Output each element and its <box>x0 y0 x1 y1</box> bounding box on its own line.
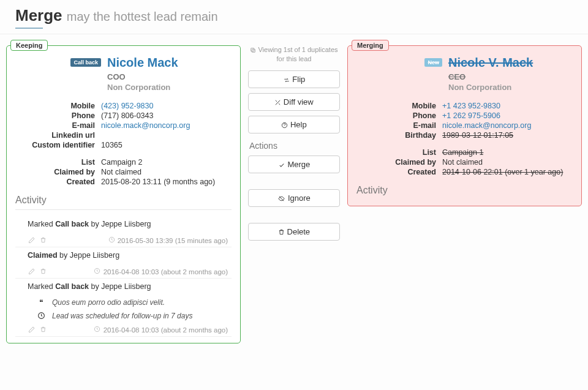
label-list: List <box>356 148 442 157</box>
value-custom: 10365 <box>101 141 232 149</box>
activity-meta: 2016-04-08 10:03 (about 2 months ago) <box>15 264 232 279</box>
label-custom: Custom identifier <box>15 141 101 149</box>
page-title: Merge may the hottest lead remain <box>15 6 573 25</box>
activity-text-post: by Jeppe Liisberg <box>89 282 151 291</box>
activity-timestamp: 2016-04-08 10:03 (about 2 months ago) <box>104 268 228 276</box>
viewing-line1: Viewing 1st of 1 duplicates <box>258 46 337 53</box>
activity-text-strong: Call back <box>55 282 89 291</box>
delete-label: Delete <box>287 227 311 236</box>
label-linkedin: Linkedin url <box>15 131 101 140</box>
help-button[interactable]: Help <box>248 116 340 133</box>
ignore-button[interactable]: Ignore <box>248 189 340 207</box>
clock-icon <box>108 236 116 244</box>
diff-label: Diff view <box>284 97 314 107</box>
activity-timestamp: 2016-04-08 10:03 (about 2 months ago) <box>104 326 228 334</box>
copy-icon <box>250 46 256 53</box>
edit-icon[interactable] <box>28 236 36 244</box>
activity-timestamp: 2016-05-30 13:39 (15 minutes ago) <box>118 237 228 244</box>
ignore-label: Ignore <box>288 193 311 203</box>
value-phone[interactable]: +1 262 975-5906 <box>442 111 573 120</box>
title-subtitle: may the hottest lead remain <box>67 10 218 23</box>
flip-button[interactable]: Flip <box>248 70 340 88</box>
clock-icon <box>36 312 46 320</box>
viewing-line2: for this lead <box>277 55 312 62</box>
actions-label: Actions <box>249 141 340 151</box>
lead-title: CEO <box>448 72 573 81</box>
activity-text-strong: Claimed <box>28 251 58 260</box>
clock-icon <box>93 325 101 333</box>
flip-label: Flip <box>292 75 305 84</box>
edit-icon[interactable] <box>28 326 36 334</box>
svg-rect-4 <box>252 49 255 52</box>
value-email[interactable]: nicole.mack@noncorp.org <box>442 121 573 130</box>
activity-header: Activity <box>356 185 573 200</box>
activity-text-pre: Marked <box>28 220 55 228</box>
page-header: Merge may the hottest lead remain <box>0 0 588 34</box>
value-created: 2014-10-06 22:01 (over 1 year ago) <box>442 168 573 176</box>
merge-label: Merge <box>287 160 310 169</box>
value-list: Campaign 1 <box>442 148 573 157</box>
merging-tag: Merging <box>352 40 389 51</box>
trash-icon[interactable] <box>39 236 47 244</box>
activity-sub-quote: ❝ Quos eum porro odio adipisci velit. <box>15 294 232 308</box>
trash-icon[interactable] <box>39 268 47 276</box>
label-email: E-mail <box>356 121 442 130</box>
activity-meta: 2016-04-08 10:03 (about 2 months ago) <box>15 323 232 337</box>
label-phone: Phone <box>356 111 442 120</box>
value-list: Campaign 2 <box>101 158 232 167</box>
delete-button[interactable]: Delete <box>248 223 340 241</box>
lead-title: COO <box>107 72 232 81</box>
activity-text-strong: Call back <box>55 220 89 228</box>
status-badge: Call back <box>70 58 101 67</box>
keeping-panel: Keeping Call back Nicole Mack COO Non Co… <box>6 45 241 343</box>
label-phone: Phone <box>15 111 101 120</box>
quote-icon: ❝ <box>36 298 46 307</box>
activity-list: Marked Call back by Jeppe Liisberg 2016-… <box>15 216 232 337</box>
activity-clock-text: Lead was scheduled for follow-up in 7 da… <box>52 312 192 320</box>
value-phone: (717) 806-0343 <box>101 111 232 120</box>
merging-panel: Merging New Nicole V. Mack CEO Non Corpo… <box>347 45 582 206</box>
lead-company: Non Corporation <box>107 83 232 92</box>
label-claimed: Claimed by <box>15 168 101 176</box>
merge-button[interactable]: Merge <box>248 156 340 173</box>
lead-name[interactable]: Nicole V. Mack <box>448 56 573 70</box>
keeping-fields: Mobile (423) 952-9830 Phone (717) 806-03… <box>15 102 232 186</box>
title-main: Merge <box>15 6 62 24</box>
label-claimed: Claimed by <box>356 158 442 167</box>
value-email[interactable]: nicole.mack@noncorp.org <box>101 121 232 130</box>
status-badge: New <box>424 58 442 67</box>
activity-item: Marked Call back by Jeppe Liisberg <box>15 216 232 232</box>
value-claimed: Not claimed <box>101 168 232 176</box>
label-created: Created <box>356 168 442 176</box>
edit-icon[interactable] <box>28 268 36 276</box>
trash-icon[interactable] <box>39 326 47 334</box>
activity-item: Marked Call back by Jeppe Liisberg <box>15 279 232 294</box>
activity-item: Claimed by Jeppe Liisberg <box>15 247 232 263</box>
viewing-note: Viewing 1st of 1 duplicates for this lea… <box>248 45 340 64</box>
value-created: 2015-08-20 13:11 (9 months ago) <box>101 178 232 186</box>
lead-company: Non Corporation <box>448 83 573 92</box>
activity-text-pre: Marked <box>28 282 55 291</box>
value-mobile[interactable]: (423) 952-9830 <box>101 102 232 110</box>
middle-column: Viewing 1st of 1 duplicates for this lea… <box>248 45 340 246</box>
value-mobile[interactable]: +1 423 952-9830 <box>442 102 573 110</box>
diff-view-button[interactable]: Diff view <box>248 93 340 111</box>
label-email: E-mail <box>15 121 101 130</box>
activity-header: Activity <box>15 195 232 210</box>
value-birthday: 1989-03-12 01:17:05 <box>442 131 573 140</box>
activity-quote-text: Quos eum porro odio adipisci velit. <box>52 298 165 307</box>
merging-fields: Mobile +1 423 952-9830 Phone +1 262 975-… <box>356 102 573 176</box>
label-created: Created <box>15 178 101 186</box>
svg-rect-5 <box>251 48 254 51</box>
help-label: Help <box>290 120 307 129</box>
value-claimed: Not claimed <box>442 158 573 167</box>
label-mobile: Mobile <box>356 102 442 110</box>
label-mobile: Mobile <box>15 102 101 110</box>
activity-meta: 2016-05-30 13:39 (15 minutes ago) <box>15 233 232 247</box>
activity-sub-clock: Lead was scheduled for follow-up in 7 da… <box>15 308 232 321</box>
header-underline <box>15 28 43 29</box>
lead-name[interactable]: Nicole Mack <box>107 56 232 70</box>
value-linkedin <box>101 131 232 140</box>
clock-icon <box>93 267 101 275</box>
label-birthday: Birthday <box>356 131 442 140</box>
